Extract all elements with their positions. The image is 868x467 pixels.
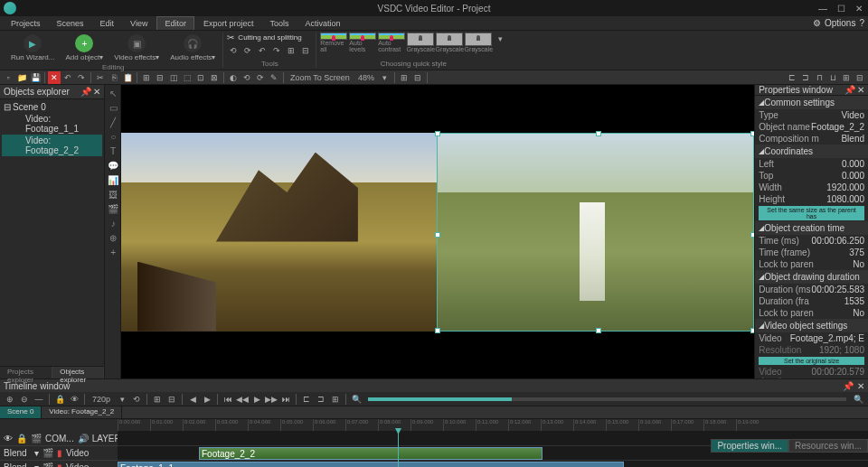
section-common[interactable]: ◢ Common settings [755, 96, 868, 109]
menu-projects[interactable]: Projects [4, 17, 48, 30]
tb-btn[interactable]: ⊞ [140, 71, 153, 84]
tl-btn[interactable]: ⟲ [130, 393, 143, 406]
menu-editor[interactable]: Editor [156, 16, 194, 30]
close-panel-icon[interactable]: ✕ [857, 85, 864, 95]
tb-btn[interactable]: ◫ [167, 71, 180, 84]
tl-btn[interactable]: ⊕ [4, 393, 16, 406]
pin-icon[interactable]: 📌 [80, 87, 91, 97]
tb-paste[interactable]: 📋 [121, 71, 134, 84]
menu-edit[interactable]: Edit [93, 17, 122, 30]
menu-activation[interactable]: Activation [297, 17, 347, 30]
canvas[interactable] [121, 85, 754, 378]
help-icon[interactable]: ? [859, 18, 864, 28]
tl-btn[interactable]: 🔍 [852, 393, 864, 406]
style-grayscale[interactable]: Grayscale [407, 33, 434, 52]
close-panel-icon[interactable]: ✕ [93, 87, 100, 97]
menu-view[interactable]: View [123, 17, 155, 30]
tb-open[interactable]: 📁 [15, 71, 28, 84]
menu-export[interactable]: Export project [196, 17, 261, 30]
tl-fwd[interactable]: ▶▶ [265, 393, 278, 406]
menu-scenes[interactable]: Scenes [50, 17, 91, 30]
close-button[interactable]: ✕ [854, 3, 864, 14]
tb-btn[interactable]: ⊟ [411, 71, 424, 84]
vtool-tooltip[interactable]: 💬 [107, 159, 119, 172]
scene-tab[interactable]: Scene 0 [0, 406, 42, 418]
pin-icon[interactable]: 📌 [844, 85, 855, 95]
menu-options[interactable]: Options [825, 18, 855, 28]
tl-btn[interactable]: 🔍 [350, 393, 363, 406]
tool-btn[interactable]: ⟳ [241, 44, 254, 57]
align-btn[interactable]: ⊐ [799, 71, 812, 84]
vtool-image[interactable]: 🖼 [107, 188, 119, 201]
video-preview-2[interactable] [437, 133, 754, 332]
vtool-video[interactable]: 🎬 [107, 202, 119, 215]
tl-btn[interactable]: ⊏ [300, 393, 313, 406]
tab-projects-explorer[interactable]: Projects explorer [0, 367, 52, 378]
tl-btn[interactable]: ⊐ [315, 393, 327, 406]
track-label[interactable]: Blend▾🎬▮Video [0, 446, 118, 461]
track-label[interactable]: Blend▾🎬▮Video [0, 461, 118, 467]
tl-btn[interactable]: ⊞ [329, 393, 342, 406]
tl-btn[interactable]: 👁 [68, 393, 80, 406]
section-obj-create[interactable]: ◢ Object creation time [755, 221, 868, 235]
vtool-chart[interactable]: 📊 [107, 173, 119, 186]
close-panel-icon[interactable]: ✕ [857, 381, 864, 391]
style-auto-contrast[interactable]: Auto contrast [378, 33, 405, 52]
tb-btn[interactable]: ✎ [268, 71, 280, 84]
vtool-rect[interactable]: ▭ [107, 101, 119, 114]
style-more[interactable]: ▾ [494, 33, 506, 45]
tb-undo[interactable]: ↶ [61, 71, 74, 84]
tl-btn[interactable]: ⊞ [151, 393, 164, 406]
vtool-cursor[interactable]: ↖ [107, 87, 119, 99]
tree-item-footage1[interactable]: Video: Footage_1_1 [2, 113, 102, 135]
res-dropdown[interactable]: 720p [89, 395, 114, 404]
zoom-value[interactable]: 48% [354, 73, 378, 82]
tl-btn[interactable]: ⊟ [165, 393, 178, 406]
tb-btn[interactable]: ⟳ [254, 71, 267, 84]
style-grayscale[interactable]: Grayscale [436, 33, 463, 52]
tb-save[interactable]: 💾 [29, 71, 42, 84]
align-btn[interactable]: ⊞ [840, 71, 853, 84]
vtool-text[interactable]: T [107, 145, 119, 157]
section-video-obj[interactable]: ◢ Video object settings [755, 319, 868, 332]
clip-footage1[interactable]: Footage_1_1 [118, 462, 624, 467]
tool-btn[interactable]: ⊟ [299, 44, 312, 57]
tree-scene[interactable]: ⊟Scene 0 [2, 101, 102, 113]
align-btn[interactable]: ⊔ [826, 71, 839, 84]
run-wizard-button[interactable]: ▶Run Wizard... [7, 33, 58, 63]
audio-effects-button[interactable]: 🎧Audio effects▾ [166, 33, 219, 63]
tool-btn[interactable]: ⟲ [227, 44, 240, 57]
tl-next[interactable]: ⏭ [279, 393, 292, 406]
tl-btn[interactable]: ◀ [186, 393, 199, 406]
btn-same-size[interactable]: Set the same size as the parent has [759, 206, 864, 220]
vtool-counter[interactable]: ⊕ [107, 231, 119, 244]
tb-btn[interactable]: ⟲ [241, 71, 253, 84]
footer-tab-properties[interactable]: Properties win... [711, 439, 788, 453]
pin-icon[interactable]: 📌 [843, 381, 854, 391]
vtool-line[interactable]: ╱ [107, 116, 119, 128]
vtool-ellipse[interactable]: ○ [107, 130, 119, 143]
tb-btn[interactable]: ⊡ [194, 71, 207, 84]
maximize-button[interactable]: ☐ [835, 3, 846, 14]
timeline-ruler[interactable]: 0:00.0000:01.0000:02.0000:03.0000:04.000… [118, 419, 868, 432]
zoom-dropdown[interactable]: ▾ [379, 71, 392, 84]
track-header[interactable]: 👁🔒🎬COM...🔊LAYERS [0, 432, 118, 446]
video-effects-button[interactable]: ▣Video effects▾ [110, 33, 163, 63]
tab-objects-explorer[interactable]: Objects explorer [52, 367, 104, 378]
tb-copy[interactable]: ⎘ [108, 71, 120, 84]
tb-cut[interactable]: ✂ [94, 71, 107, 84]
tb-btn[interactable]: ⊟ [154, 71, 166, 84]
tl-btn[interactable]: 🔒 [53, 393, 66, 406]
footer-tab-resources[interactable]: Resources win... [788, 439, 868, 453]
tool-btn[interactable]: ↷ [270, 44, 283, 57]
tl-btn[interactable]: ▾ [116, 393, 128, 406]
style-grayscale[interactable]: Grayscale [465, 33, 492, 52]
tb-btn[interactable]: ◐ [227, 71, 240, 84]
tool-btn[interactable]: ↶ [256, 44, 269, 57]
tl-btn[interactable]: ⊖ [18, 393, 31, 406]
align-btn[interactable]: ⊏ [786, 71, 798, 84]
tl-prev[interactable]: ⏮ [222, 393, 234, 406]
tl-btn[interactable]: — [33, 393, 45, 406]
tl-back[interactable]: ◀◀ [236, 393, 249, 406]
vtool-add[interactable]: + [107, 246, 119, 258]
